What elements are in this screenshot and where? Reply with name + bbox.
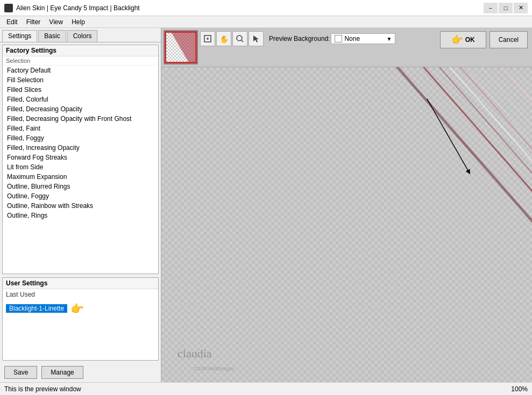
settings-list-container: Factory Settings Selection Factory Defau… [0,42,161,275]
svg-text:✋: ✋ [219,35,228,43]
user-settings-section: User Settings Last Used Blacklight-1-Lin… [2,277,159,361]
list-item-max-expansion[interactable]: Maximum Expansion [3,172,158,182]
user-settings-empty [3,317,158,360]
menu-help[interactable]: Help [67,17,89,27]
list-item-filled-faint[interactable]: Filled, Faint [3,124,158,133]
save-button[interactable]: Save [4,366,37,379]
svg-line-14 [437,67,532,382]
list-item-outline-rings[interactable]: Outline, Rings [3,211,158,220]
zoom-icon [236,34,244,43]
svg-line-16 [490,67,532,382]
minimize-button[interactable]: − [484,3,498,13]
thumbnail-border [165,31,197,63]
cancel-button[interactable]: Cancel [490,31,528,48]
list-item-filled-dec-opacity[interactable]: Filled, Decreasing Opacity [3,104,158,114]
list-item-forward-fog[interactable]: Forward Fog Streaks [3,153,158,162]
preview-bg-select[interactable]: None ▼ [331,33,395,44]
svg-line-9 [427,67,532,382]
factory-settings-box: Factory Settings Selection Factory Defau… [2,45,159,274]
list-item-filled-dec-opacity-ghost[interactable]: Filled, Decreasing Opacity with Front Gh… [3,114,158,124]
tab-colors[interactable]: Colors [67,30,98,42]
arrow-icon [252,34,260,43]
preview-bg-label: Preview Background: [269,35,330,42]
pan-icon: ✋ [219,34,228,43]
preview-thumbnail [164,30,198,64]
list-item-lit-from-side[interactable]: Lit from Side [3,162,158,172]
list-item-outline-blurred[interactable]: Outline, Blurred Rings [3,182,158,191]
menu-view[interactable]: View [45,17,67,27]
menu-filter[interactable]: Filter [22,17,45,27]
title-bar-controls: − □ ✕ [484,3,528,13]
status-message: This is the preview window [4,385,81,393]
preview-bg-dropdown-icon: ▼ [386,36,392,42]
svg-point-5 [237,35,242,41]
preview-bg-value: None [344,35,360,42]
svg-line-13 [416,67,532,382]
main-layout: Settings Basic Colors Factory Settings S… [0,28,532,382]
right-top-area: ✋ Preview Background: None ▼ 👉 [161,28,532,67]
svg-line-10 [443,67,532,382]
right-panel: ✋ Preview Background: None ▼ 👉 [161,28,532,382]
svg-line-17 [374,67,532,382]
arrow-button[interactable] [249,31,264,46]
toolbar-icons: ✋ Preview Background: None ▼ [200,30,395,46]
title-bar-text: Alien Skin | Eye Candy 5 Impact | Backli… [16,4,140,12]
pointer-emoji-icon: 👉 [70,302,84,315]
pan-button[interactable]: ✋ [216,31,231,46]
list-item-outline-rainbow[interactable]: Outline, Rainbow with Streaks [3,201,158,211]
app-icon [4,4,13,12]
manage-button[interactable]: Manage [41,366,83,379]
preview-canvas-svg [317,67,532,382]
user-settings-item-row: Blacklight-1-Linette 👉 [3,300,158,317]
buttons-row: Save Manage [0,363,161,382]
svg-marker-7 [253,35,259,42]
menu-bar: Edit Filter View Help [0,16,532,28]
menu-edit[interactable]: Edit [2,17,22,27]
zoom-to-fit-icon [203,34,212,43]
tab-basic[interactable]: Basic [38,30,66,42]
list-item-filled-foggy[interactable]: Filled, Foggy [3,133,158,143]
close-button[interactable]: ✕ [514,3,528,13]
svg-line-12 [401,67,532,382]
ok-pointer-icon: 👉 [451,34,463,46]
left-panel: Settings Basic Colors Factory Settings S… [0,28,161,382]
svg-line-6 [242,40,243,42]
list-item-filled-inc-opacity[interactable]: Filled, Increasing Opacity [3,143,158,153]
tabs: Settings Basic Colors [0,28,161,42]
zoom-button[interactable] [232,31,247,46]
svg-line-20 [427,99,469,173]
svg-line-15 [479,67,532,382]
maximize-button[interactable]: □ [499,3,513,13]
list-item-filled-slices[interactable]: Filled Slices [3,85,158,95]
list-item-fill-selection[interactable]: Fill Selection [3,75,158,85]
settings-list[interactable]: Factory Default Fill Selection Filled Sl… [3,66,158,274]
preview-bg-color-swatch [335,35,342,42]
list-item-factory-default[interactable]: Factory Default [3,66,158,75]
action-buttons: 👉 OK Cancel [440,31,528,48]
user-settings-label: User Settings [3,278,158,289]
svg-line-11 [458,67,532,382]
tab-settings[interactable]: Settings [2,30,37,42]
zoom-to-fit-button[interactable] [200,31,215,46]
title-bar: Alien Skin | Eye Candy 5 Impact | Backli… [0,0,532,16]
ok-label: OK [465,36,475,44]
selected-preset-label[interactable]: Blacklight-1-Linette [6,304,67,313]
list-item-filled-colorful[interactable]: Filled, Colorful [3,95,158,104]
status-bar: This is the preview window 100% [0,382,532,395]
factory-settings-label: Factory Settings [3,45,158,56]
ok-button[interactable]: 👉 OK [440,31,486,48]
selection-label: Selection [3,56,158,66]
last-used-label: Last Used [3,289,158,300]
canvas-area: claudia CGSFWebDesigns [161,67,532,382]
zoom-level: 100% [511,385,528,393]
list-item-outline-foggy[interactable]: Outline, Foggy [3,191,158,201]
